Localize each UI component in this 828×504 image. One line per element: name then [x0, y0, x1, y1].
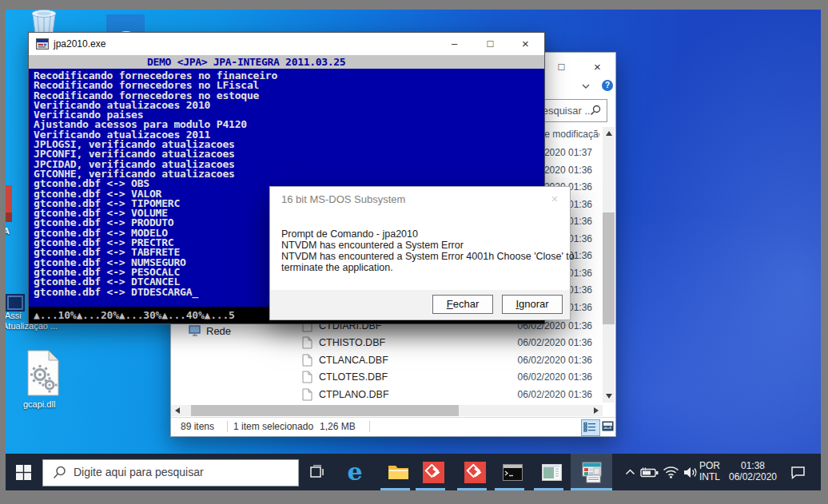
- red-app-taskbar-icon-1[interactable]: [416, 454, 451, 490]
- console-progress-text: ▲...10%▲...20%▲...30%▲...40%▲...5: [34, 310, 235, 321]
- status-selected-count: 1 item selecionado: [233, 421, 313, 432]
- file-row[interactable]: CTLANCA.DBF06/02/2020 01:36: [171, 352, 615, 369]
- details-view-button[interactable]: [581, 419, 600, 436]
- file-icon: [302, 354, 312, 367]
- status-selected-size: 1,26 MB: [320, 421, 356, 432]
- command-prompt-taskbar-icon[interactable]: [495, 454, 530, 490]
- scroll-down-icon[interactable]: [606, 394, 612, 399]
- ignorar-button[interactable]: Ignorar: [502, 295, 563, 314]
- sidebar-item-label: Rede: [206, 325, 231, 337]
- wifi-icon[interactable]: [659, 454, 682, 490]
- msdos-app-icon: [36, 38, 49, 50]
- horizontal-scrollbar[interactable]: [171, 405, 603, 416]
- clock[interactable]: 01:38 06/02/2020: [728, 460, 778, 482]
- dialog-title: 16 bit MS-DOS Subsystem: [281, 193, 405, 205]
- status-item-count: 89 itens: [181, 421, 214, 432]
- gcapi-dll-icon[interactable]: [26, 349, 62, 397]
- console-output: Recodificando fornecedores no financeiro…: [34, 71, 277, 297]
- network-icon: [189, 325, 202, 337]
- clock-date: 06/02/2020: [728, 471, 778, 482]
- explorer-statusbar: 89 itens 1 item selecionado 1,26 MB: [171, 417, 615, 436]
- fechar-button[interactable]: Fechar: [432, 295, 493, 314]
- dos-maximize-button[interactable]: □: [472, 36, 508, 52]
- dos-minimize-button[interactable]: –: [436, 36, 472, 52]
- file-row[interactable]: CTLOTES.DBF06/02/2020 01:36: [171, 369, 615, 386]
- file-row[interactable]: CTHISTO.DBF06/02/2020 01:36: [171, 335, 615, 351]
- dialog-close-icon[interactable]: ×: [546, 191, 563, 207]
- file-explorer-taskbar-icon[interactable]: [380, 454, 416, 490]
- taskbar: Digite aqui para pesquisar e POR INTL: [6, 454, 821, 490]
- thumbnail-view-button[interactable]: [602, 420, 614, 433]
- scroll-up-icon[interactable]: [606, 131, 612, 136]
- dialog-text-line: terminate the application.: [281, 262, 393, 273]
- dialog-footer: Fechar Ignorar: [270, 290, 570, 319]
- file-row[interactable]: CTPLANO.DBF06/02/2020 01:36: [171, 387, 615, 403]
- battery-icon[interactable]: [637, 454, 661, 490]
- file-name: CTPLANO.DBF: [319, 389, 389, 400]
- taskbar-search-input[interactable]: Digite aqui para pesquisar: [42, 459, 299, 486]
- file-date: 06/02/2020 01:36: [518, 389, 592, 400]
- edge-taskbar-icon[interactable]: e: [337, 454, 372, 490]
- report-app-taskbar-icon[interactable]: [534, 454, 569, 490]
- gcapi-dll-label: gcapi.dll: [23, 399, 55, 409]
- ms-dos-subsystem-dialog: 16 bit MS-DOS Subsystem × Prompt de Coma…: [269, 186, 571, 320]
- volume-icon[interactable]: [679, 454, 702, 490]
- action-center-icon[interactable]: [782, 454, 813, 490]
- red-app-taskbar-icon-2[interactable]: [457, 454, 492, 490]
- console-header-text: DEMO <JPA> JPA-INTEGRA 2011.03.25: [147, 56, 345, 68]
- scroll-left-icon[interactable]: [175, 407, 180, 414]
- start-button[interactable]: [6, 454, 41, 490]
- file-date: 06/02/2020 01:36: [518, 337, 592, 348]
- taskbar-search-placeholder: Digite aqui para pesquisar: [74, 466, 204, 478]
- file-icon: [302, 336, 312, 349]
- vertical-scrollbar[interactable]: [603, 127, 615, 403]
- horizontal-scroll-thumb[interactable]: [191, 405, 459, 416]
- file-date: 06/02/2020 01:36: [518, 371, 592, 383]
- task-view-button[interactable]: [303, 454, 332, 490]
- dos-titlebar[interactable]: jpa2010.exe – □ ×: [29, 33, 544, 55]
- scroll-right-icon[interactable]: [594, 407, 599, 414]
- console-header-bar: DEMO <JPA> JPA-INTEGRA 2011.03.25: [29, 55, 544, 69]
- desktop-icon-partial-label-a: A: [6, 226, 10, 236]
- dos-close-button[interactable]: ×: [508, 36, 543, 52]
- desktop-icon-label-assi: Assi: [6, 311, 22, 320]
- file-icon: [302, 388, 312, 401]
- file-name: CTLANCA.DBF: [319, 355, 388, 366]
- dialog-text-line: Prompt de Comando - jpa2010: [281, 228, 418, 240]
- language-indicator[interactable]: POR INTL: [699, 460, 720, 482]
- desktop-icon-partial-red[interactable]: [6, 185, 12, 222]
- desktop-icon-partial-dark[interactable]: [6, 294, 25, 312]
- vertical-scroll-thumb[interactable]: [603, 212, 615, 324]
- search-icon: [53, 466, 66, 479]
- file-date: 06/02/2020 01:36: [518, 355, 592, 366]
- file-name: CTLOTES.DBF: [319, 371, 388, 383]
- file-icon: [302, 371, 312, 383]
- dialog-text-line: NTVDM has encountered a System Error: [281, 240, 464, 251]
- active-dos-app-taskbar-button[interactable]: [571, 454, 612, 490]
- clock-time: 01:38: [728, 460, 778, 471]
- dos-window-title: jpa2010.exe: [54, 38, 105, 50]
- file-name: CTHISTO.DBF: [319, 337, 385, 348]
- dialog-text-line: NTVDM has encountered a System Error 400…: [281, 251, 575, 262]
